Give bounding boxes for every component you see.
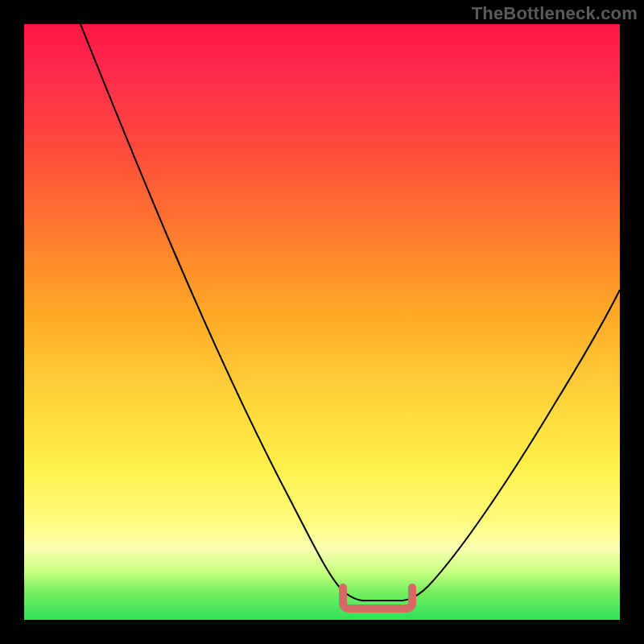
bottleneck-curve — [80, 24, 620, 601]
gradient-plot-area — [24, 24, 620, 620]
watermark-text: TheBottleneck.com — [472, 3, 638, 24]
bottleneck-curve-svg — [24, 24, 620, 620]
optimal-range-bracket — [343, 588, 412, 609]
chart-stage: TheBottleneck.com — [0, 0, 644, 644]
